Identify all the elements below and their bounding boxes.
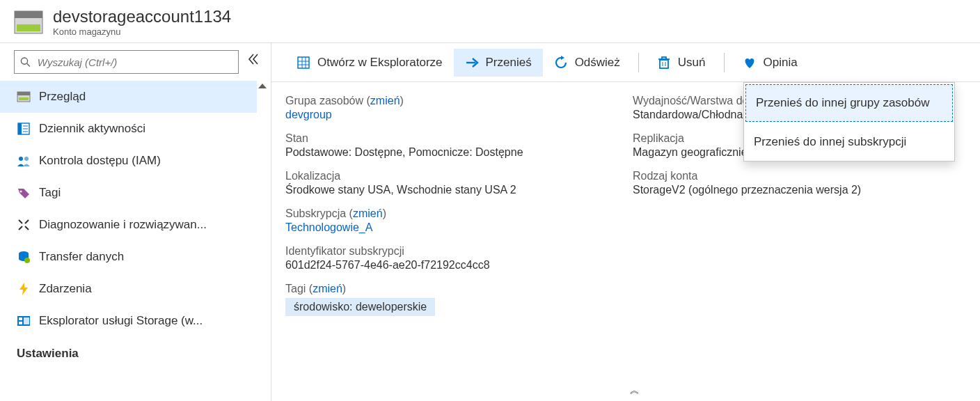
field-subscription-id: Identyfikator subskrypcji 601d2f24-5767-…: [285, 245, 619, 272]
svg-point-17: [24, 258, 30, 263]
move-to-sub-item[interactable]: Przenieś do innej subskrypcji: [744, 123, 954, 161]
toolbar-label: Otwórz w Eksploratorze: [317, 56, 443, 70]
svg-point-14: [24, 157, 29, 161]
scroll-up-icon[interactable]: [257, 81, 268, 92]
sidebar-item-tags[interactable]: Tagi: [0, 177, 257, 209]
sidebar-item-data-transfer[interactable]: Transfer danych: [0, 241, 257, 273]
value-text: 601d2f24-5767-4e46-ae20-f72192cc4cc8: [285, 259, 619, 272]
value-text: Podstawowe: Dostępne, Pomocnicze: Dostęp…: [285, 146, 619, 159]
collapse-essentials-icon[interactable]: ︽: [630, 384, 640, 397]
subscription-link[interactable]: Technologowie_A: [285, 221, 619, 234]
field-tags: Tagi (zmień) środowisko: deweloperskie: [285, 283, 619, 316]
svg-line-4: [27, 63, 30, 66]
svg-point-3: [21, 58, 27, 64]
search-icon: [20, 56, 31, 68]
heart-icon: [743, 56, 757, 70]
data-transfer-icon: [17, 250, 31, 264]
sidebar-item-storage-explorer[interactable]: Eksplorator usługi Storage (w...: [0, 305, 257, 337]
sidebar-item-label: Przegląd: [39, 90, 86, 104]
label-text: Rodzaj konta: [633, 170, 966, 182]
sidebar-item-overview[interactable]: Przegląd: [0, 81, 257, 113]
move-to-rg-item[interactable]: Przenieś do innej grupy zasobów: [745, 84, 953, 122]
svg-rect-22: [298, 57, 309, 68]
sidebar-nav: Przegląd Dziennik aktywności Kontrola do…: [0, 81, 271, 401]
storage-account-icon: [14, 10, 43, 34]
svg-rect-19: [19, 317, 22, 320]
search-input-wrapper[interactable]: [14, 50, 239, 74]
move-button[interactable]: Przenieś: [454, 49, 543, 77]
change-link[interactable]: zmień: [353, 207, 383, 219]
label-text: Grupa zasobów: [285, 95, 363, 107]
refresh-button[interactable]: Odśwież: [543, 49, 631, 77]
sidebar-item-label: Eksplorator usługi Storage (w...: [39, 314, 203, 328]
svg-rect-2: [17, 24, 40, 31]
svg-rect-9: [18, 123, 22, 134]
sidebar-item-label: Tagi: [39, 186, 61, 200]
delete-button[interactable]: Usuń: [646, 49, 717, 77]
storage-explorer-icon: [17, 314, 31, 328]
feedback-button[interactable]: Opinia: [732, 49, 809, 77]
sidebar-item-label: Dziennik aktywności: [39, 122, 145, 136]
sidebar-item-label: Diagnozowanie i rozwiązywan...: [39, 218, 207, 232]
field-location: Lokalizacja Środkowe stany USA, Wschodni…: [285, 170, 619, 196]
svg-point-13: [19, 157, 23, 161]
resource-type-label: Konto magazynu: [53, 26, 231, 37]
activity-log-icon: [17, 122, 31, 136]
sidebar-item-diagnose[interactable]: Diagnozowanie i rozwiązywan...: [0, 209, 257, 241]
tag-chip[interactable]: środowisko: deweloperskie: [285, 298, 435, 316]
page-title: devstorageaccount1134: [53, 7, 231, 26]
change-link[interactable]: zmień: [370, 95, 400, 107]
sidebar-item-label: Kontrola dostępu (IAM): [39, 154, 161, 168]
collapse-sidebar-icon[interactable]: [247, 53, 260, 65]
arrow-right-icon: [465, 56, 479, 70]
field-resource-group: Grupa zasobów (zmień) devgroup: [285, 95, 619, 121]
essentials-left: Grupa zasobów (zmień) devgroup Stan Pods…: [285, 95, 619, 395]
label-text: Tagi: [285, 283, 306, 294]
svg-rect-20: [19, 322, 22, 324]
content-pane: Otwórz w Eksploratorze Przenieś Odśwież …: [271, 43, 980, 401]
command-bar: Otwórz w Eksploratorze Przenieś Odśwież …: [271, 43, 980, 82]
toolbar-label: Usuń: [678, 56, 706, 70]
move-dropdown: Przenieś do innej grupy zasobów Przenieś…: [743, 82, 955, 162]
toolbar-separator: [638, 53, 639, 72]
svg-rect-1: [15, 11, 42, 18]
toolbar-label: Przenieś: [486, 56, 532, 70]
iam-icon: [17, 154, 31, 168]
field-status: Stan Podstawowe: Dostępne, Pomocnicze: D…: [285, 132, 619, 159]
events-icon: [17, 282, 31, 296]
sidebar-section-settings: Ustawienia: [0, 337, 257, 366]
tags-icon: [17, 186, 31, 200]
label-text: Lokalizacja: [285, 170, 619, 182]
value-text: Środkowe stany USA, Wschodnie stany USA …: [285, 184, 619, 196]
change-link[interactable]: zmień: [313, 283, 342, 294]
field-subscription: Subskrypcja (zmień) Technologowie_A: [285, 207, 619, 234]
toolbar-label: Odśwież: [575, 56, 620, 70]
blade-header: devstorageaccount1134 Konto magazynu: [0, 0, 980, 43]
svg-rect-21: [24, 317, 29, 324]
label-text: Stan: [285, 132, 619, 145]
label-text: Identyfikator subskrypcji: [285, 245, 619, 258]
svg-point-15: [20, 191, 22, 193]
toolbar-separator: [724, 53, 725, 72]
sidebar-item-activity-log[interactable]: Dziennik aktywności: [0, 113, 257, 145]
svg-rect-7: [19, 97, 29, 100]
sidebar-item-label: Zdarzenia: [39, 282, 92, 296]
diagnose-icon: [17, 218, 31, 232]
toolbar-label: Opinia: [764, 56, 798, 70]
search-input[interactable]: [36, 56, 232, 69]
resource-group-link[interactable]: devgroup: [285, 109, 619, 121]
refresh-icon: [554, 56, 568, 70]
label-text: Subskrypcja: [285, 207, 346, 219]
svg-rect-32: [662, 57, 666, 59]
svg-rect-6: [17, 92, 30, 95]
sidebar-item-events[interactable]: Zdarzenia: [0, 273, 257, 305]
field-account-kind: Rodzaj konta StorageV2 (ogólnego przezna…: [633, 170, 966, 196]
trash-icon: [657, 56, 671, 70]
value-text: StorageV2 (ogólnego przeznaczenia wersja…: [633, 184, 966, 196]
sidebar-item-iam[interactable]: Kontrola dostępu (IAM): [0, 145, 257, 177]
table-icon: [297, 56, 310, 70]
app-root: devstorageaccount1134 Konto magazynu Prz…: [0, 0, 980, 401]
svg-rect-28: [660, 60, 668, 68]
open-in-explorer-button[interactable]: Otwórz w Eksploratorze: [285, 49, 454, 77]
sidebar-item-label: Transfer danych: [39, 250, 124, 264]
